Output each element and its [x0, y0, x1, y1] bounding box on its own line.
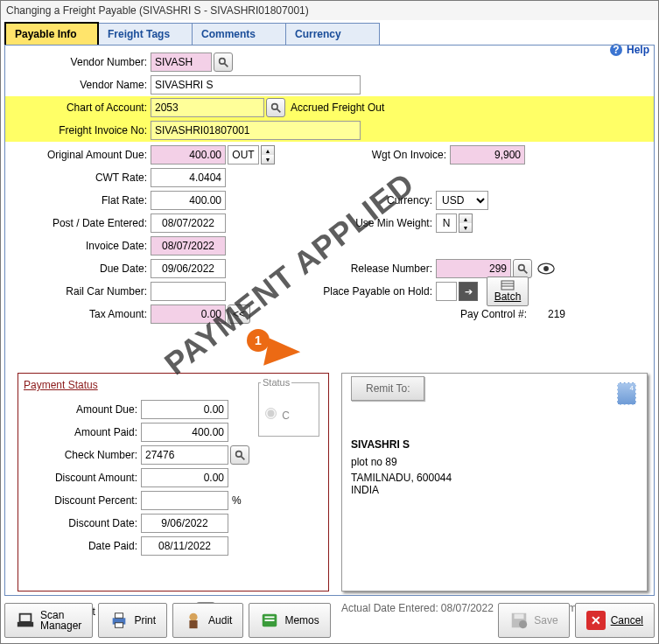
svg-rect-25: [265, 616, 275, 618]
hold-field[interactable]: [436, 282, 457, 301]
label-discount-date: Discount Date:: [18, 517, 141, 529]
discount-amount-field[interactable]: [141, 468, 228, 487]
hold-arrow-button[interactable]: ➔: [459, 282, 478, 301]
use-min-weight-stepper[interactable]: ▲▼: [459, 214, 473, 233]
svg-point-6: [518, 264, 524, 270]
post-date-field[interactable]: [151, 214, 226, 233]
svg-point-13: [235, 451, 242, 457]
svg-line-7: [523, 270, 527, 273]
amount-paid-field[interactable]: [141, 423, 228, 442]
callout-bubble: 1: [247, 329, 270, 352]
invoice-date-field[interactable]: [151, 236, 226, 256]
label-original-amount-due: Original Amount Due:: [5, 149, 151, 161]
close-icon: ✕: [586, 611, 606, 630]
remit-panel: Remit To: 4 SIVASHRI S plot no 89 TAMILN…: [341, 373, 648, 592]
out-stepper[interactable]: ▲▼: [261, 145, 275, 164]
amount-due-field[interactable]: [141, 400, 228, 419]
discount-date-field[interactable]: [141, 514, 228, 533]
tab-comments[interactable]: Comments: [192, 23, 286, 45]
date-paid-field[interactable]: [141, 536, 228, 556]
remit-addr2: TAMILNADU, 600044: [351, 472, 638, 484]
percent-sign: %: [232, 494, 242, 507]
label-tax-amount: Tax Amount:: [5, 308, 151, 320]
label-railcar: Rail Car Number:: [5, 285, 151, 298]
label-discount-percent: Discount Percent:: [18, 494, 141, 507]
cwt-rate-field[interactable]: [151, 168, 226, 187]
save-button[interactable]: Save: [498, 603, 569, 638]
svg-rect-18: [20, 614, 32, 622]
release-search-icon[interactable]: [513, 259, 532, 278]
status-c-label: C: [282, 410, 290, 422]
label-freight-invoice: Freight Invoice No:: [5, 124, 151, 136]
status-legend: Status: [261, 377, 291, 388]
lessless-button[interactable]: <<: [228, 304, 250, 324]
check-number-field[interactable]: [141, 445, 228, 465]
label-wgt-invoice: Wgt On Invoice:: [345, 149, 450, 161]
svg-rect-26: [265, 620, 275, 621]
label-check-number: Check Number:: [18, 449, 141, 461]
svg-rect-20: [116, 613, 123, 619]
label-pay-control: Pay Control #:: [460, 308, 527, 320]
view-release-icon[interactable]: [536, 260, 557, 277]
stamp-icon: 4: [617, 382, 636, 405]
original-amount-due-field[interactable]: [151, 145, 226, 164]
tax-amount-field[interactable]: [151, 304, 226, 324]
label-discount-amount: Discount Amount:: [18, 472, 141, 484]
label-invoice-date: Invoice Date:: [5, 240, 151, 252]
label-flat-rate: Flat Rate:: [5, 194, 151, 206]
tab-currency[interactable]: Currency: [285, 23, 380, 45]
vendor-number-field[interactable]: [151, 52, 212, 72]
status-group: Status C: [258, 377, 319, 437]
label-post-date: Post / Date Entered:: [5, 217, 151, 229]
window-title: Changing a Freight Payable (SIVASHRI S -…: [1, 1, 658, 20]
due-date-field[interactable]: [151, 259, 226, 278]
chart-account-field[interactable]: [151, 98, 264, 117]
audit-button[interactable]: Audit: [172, 603, 243, 638]
svg-rect-21: [116, 623, 123, 628]
label-cwt-rate: CWT Rate:: [5, 172, 151, 184]
label-due-date: Due Date:: [5, 262, 151, 275]
remit-addr1: plot no 89: [351, 456, 638, 468]
chart-account-desc: Accrued Freight Out: [291, 102, 384, 114]
tab-payable-info[interactable]: Payable Info: [4, 22, 99, 45]
tab-freight-tags[interactable]: Freight Tags: [98, 23, 193, 45]
flat-rate-field[interactable]: [151, 191, 226, 210]
label-vendor-name: Vendor Name:: [5, 79, 151, 91]
status-c-radio[interactable]: [265, 408, 277, 419]
cancel-button[interactable]: ✕ Cancel: [575, 603, 655, 638]
svg-point-4: [271, 103, 277, 109]
check-search-icon[interactable]: [230, 445, 249, 465]
label-vendor-number: Vendor Number:: [5, 56, 151, 68]
svg-line-5: [277, 108, 280, 112]
use-min-weight-field[interactable]: [436, 214, 457, 233]
svg-rect-10: [501, 281, 514, 290]
freight-invoice-field[interactable]: [151, 121, 361, 140]
svg-point-9: [543, 266, 549, 271]
svg-line-14: [241, 456, 244, 459]
tab-bar: Payable Info Freight Tags Comments Curre…: [4, 22, 655, 45]
discount-percent-field[interactable]: [141, 491, 228, 510]
label-currency: Currency:: [331, 194, 436, 206]
release-number-field[interactable]: [436, 259, 511, 278]
scan-manager-button[interactable]: ScanManager: [4, 603, 93, 638]
svg-point-22: [189, 613, 197, 621]
wgt-invoice-field[interactable]: [450, 145, 525, 164]
vendor-number-search-icon[interactable]: [214, 52, 233, 72]
currency-select[interactable]: USD: [436, 191, 488, 210]
payment-status-panel: Payment Status Amount Due: Amount Paid: …: [18, 373, 329, 592]
svg-point-29: [519, 620, 527, 628]
out-field[interactable]: [228, 145, 259, 164]
chart-account-search-icon[interactable]: [266, 98, 285, 117]
batch-button[interactable]: Batch: [487, 276, 529, 306]
railcar-field[interactable]: [151, 282, 226, 301]
memos-button[interactable]: Memos: [249, 603, 330, 638]
remit-name: SIVASHRI S: [351, 438, 638, 451]
label-chart-account: Chart of Account:: [5, 102, 151, 114]
label-amount-paid: Amount Paid:: [18, 426, 141, 438]
remit-to-button[interactable]: Remit To:: [351, 376, 424, 401]
svg-point-2: [219, 58, 225, 64]
vendor-name-field[interactable]: [151, 75, 361, 94]
label-hold: Place Payable on Hold:: [313, 285, 436, 298]
print-button[interactable]: Print: [98, 603, 167, 638]
pay-control-value: 219: [539, 308, 565, 320]
